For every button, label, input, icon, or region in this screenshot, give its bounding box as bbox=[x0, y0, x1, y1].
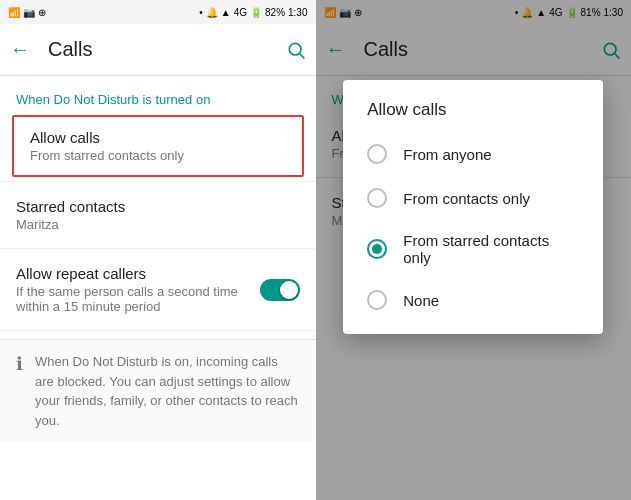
content-left: When Do Not Disturb is turned on Allow c… bbox=[0, 76, 316, 500]
svg-point-0 bbox=[289, 43, 301, 55]
repeat-callers-toggle[interactable] bbox=[260, 279, 300, 301]
repeat-callers-title: Allow repeat callers bbox=[16, 265, 260, 282]
starred-contacts-subtitle: Maritza bbox=[16, 217, 300, 232]
divider-3 bbox=[0, 330, 316, 331]
status-icons-left: 📶 📷 ⊕ bbox=[8, 7, 46, 18]
dialog-title: Allow calls bbox=[343, 80, 603, 132]
header-left: ← Calls bbox=[0, 24, 316, 76]
status-right-left: • 🔔 ▲ 4G 🔋 82% 1:30 bbox=[199, 7, 307, 18]
volume-icon-left: 🔔 bbox=[206, 7, 218, 18]
option-label-0: From anyone bbox=[403, 146, 491, 163]
page-title-left: Calls bbox=[48, 38, 284, 61]
repeat-callers-text: Allow repeat callers If the same person … bbox=[16, 265, 260, 314]
back-button-left[interactable]: ← bbox=[8, 38, 32, 62]
option-label-3: None bbox=[403, 292, 439, 309]
svg-line-1 bbox=[299, 53, 304, 58]
search-button-left[interactable] bbox=[284, 38, 308, 62]
radio-from-starred[interactable] bbox=[367, 239, 387, 259]
allow-calls-dialog: Allow calls From anyone From contacts on… bbox=[343, 80, 603, 334]
left-panel: 📶 📷 ⊕ • 🔔 ▲ 4G 🔋 82% 1:30 ← Calls When D… bbox=[0, 0, 316, 500]
option-label-2: From starred contacts only bbox=[403, 232, 579, 266]
option-label-1: From contacts only bbox=[403, 190, 530, 207]
signal2-icon-left: 4G bbox=[234, 7, 247, 18]
starred-contacts-title: Starred contacts bbox=[16, 198, 300, 215]
info-text: When Do Not Disturb is on, incoming call… bbox=[35, 352, 300, 430]
dialog-bottom-spacer bbox=[343, 322, 603, 334]
repeat-callers-item[interactable]: Allow repeat callers If the same person … bbox=[0, 253, 316, 326]
starred-contacts-item[interactable]: Starred contacts Maritza bbox=[0, 186, 316, 244]
dialog-overlay: Allow calls From anyone From contacts on… bbox=[316, 0, 632, 500]
time-left: 1:30 bbox=[288, 7, 307, 18]
section-label-left: When Do Not Disturb is turned on bbox=[0, 76, 316, 115]
info-icon: ℹ bbox=[16, 353, 23, 430]
allow-calls-title: Allow calls bbox=[30, 129, 286, 146]
radio-none[interactable] bbox=[367, 290, 387, 310]
wifi-icon-left: ▲ bbox=[221, 7, 231, 18]
battery-pct-left: 82% bbox=[265, 7, 285, 18]
radio-from-anyone[interactable] bbox=[367, 144, 387, 164]
allow-calls-subtitle: From starred contacts only bbox=[30, 148, 286, 163]
dialog-option-3[interactable]: None bbox=[343, 278, 603, 322]
camera-icon-left: 📷 bbox=[23, 7, 35, 18]
dialog-option-1[interactable]: From contacts only bbox=[343, 176, 603, 220]
dialog-option-2[interactable]: From starred contacts only bbox=[343, 220, 603, 278]
repeat-callers-subtitle: If the same person calls a second time w… bbox=[16, 284, 260, 314]
right-panel: 📶 📷 ⊕ • 🔔 ▲ 4G 🔋 81% 1:30 ← Calls When D… bbox=[316, 0, 632, 500]
battery-icon-left: 🔋 bbox=[250, 7, 262, 18]
allow-calls-item[interactable]: Allow calls From starred contacts only bbox=[12, 115, 304, 177]
info-box: ℹ When Do Not Disturb is on, incoming ca… bbox=[0, 339, 316, 442]
add-icon-left: ⊕ bbox=[38, 7, 46, 18]
signal-icon-left: 📶 bbox=[8, 7, 20, 18]
radio-from-contacts[interactable] bbox=[367, 188, 387, 208]
dot-left: • bbox=[199, 7, 203, 18]
dialog-option-0[interactable]: From anyone bbox=[343, 132, 603, 176]
status-bar-left: 📶 📷 ⊕ • 🔔 ▲ 4G 🔋 82% 1:30 bbox=[0, 0, 316, 24]
divider-1 bbox=[0, 181, 316, 182]
divider-2 bbox=[0, 248, 316, 249]
